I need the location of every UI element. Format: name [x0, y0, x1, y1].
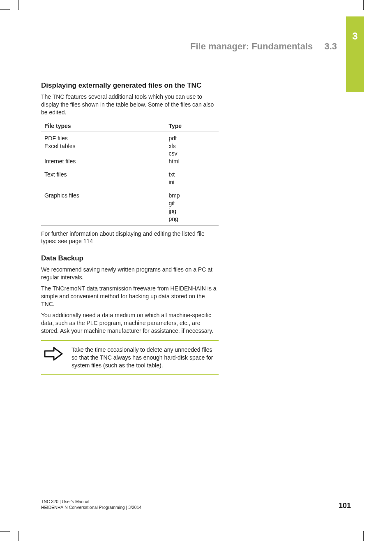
crop-mark	[0, 9, 10, 10]
file-type-ext: bmpgifjpgpng	[165, 189, 219, 226]
file-type-name: Text files	[41, 168, 165, 189]
body-paragraph: The TNCremoNT data transmission freeware…	[41, 285, 219, 308]
header-title: File manager: Fundamentals	[190, 41, 313, 51]
body-paragraph: You additionally need a data medium on w…	[41, 311, 219, 335]
chapter-tab: 3	[346, 16, 364, 92]
section-data-backup: Data Backup We recommend saving newly wr…	[41, 254, 219, 375]
chapter-number: 3	[346, 30, 364, 42]
section-heading: Displaying externally generated files on…	[41, 81, 219, 90]
table-header: Type	[165, 120, 219, 132]
crop-mark	[363, 531, 364, 541]
footer-line: TNC 320 | User's Manual	[41, 499, 141, 504]
page-footer: TNC 320 | User's Manual HEIDENHAIN Conve…	[41, 499, 351, 510]
section-intro: The TNC features several additional tool…	[41, 93, 219, 116]
file-types-table: File types Type PDF filesExcel tablesInt…	[41, 120, 219, 226]
crop-mark	[0, 531, 10, 532]
file-type-ext: txtini	[165, 168, 219, 189]
table-header: File types	[41, 120, 165, 132]
crop-mark	[18, 531, 19, 541]
body-paragraph: We recommend saving newly written progra…	[41, 266, 219, 281]
content-area: Displaying externally generated files on…	[41, 81, 219, 375]
running-header: File manager: Fundamentals 3.3	[190, 41, 337, 52]
footer-meta: TNC 320 | User's Manual HEIDENHAIN Conve…	[41, 499, 141, 510]
note-arrow-icon	[43, 346, 64, 361]
footer-line: HEIDENHAIN Conversational Programming | …	[41, 504, 141, 510]
table-row: PDF filesExcel tablesInternet files pdfx…	[41, 132, 219, 168]
header-section: 3.3	[324, 41, 337, 51]
file-type-name: PDF filesExcel tablesInternet files	[41, 132, 165, 168]
crop-mark	[363, 0, 364, 10]
callout-note: Take the time occasionally to delete any…	[41, 340, 219, 375]
crop-mark	[18, 0, 19, 10]
table-row: Graphics files bmpgifjpgpng	[41, 189, 219, 226]
table-row: Text files txtini	[41, 168, 219, 189]
section-heading: Data Backup	[41, 254, 219, 262]
table-footnote: For further information about displaying…	[41, 230, 219, 246]
page: 3 File manager: Fundamentals 3.3 Display…	[0, 0, 392, 541]
file-type-ext: pdfxlscsvhtml	[165, 132, 219, 168]
page-number: 101	[339, 502, 351, 510]
file-type-name: Graphics files	[41, 189, 165, 226]
callout-text: Take the time occasionally to delete any…	[71, 346, 215, 369]
